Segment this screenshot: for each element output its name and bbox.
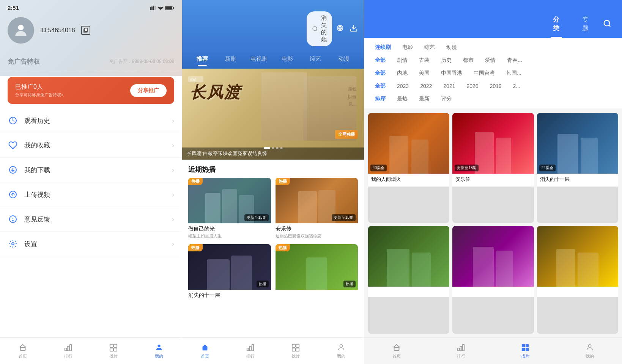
cat-card-4[interactable] [368, 226, 449, 334]
svg-rect-38 [247, 348, 249, 351]
menu-item-upload[interactable]: 上传视频 › [0, 182, 182, 207]
filter-tag-variety[interactable]: 综艺 [420, 42, 439, 52]
nav-home-1[interactable]: 首页 [0, 340, 46, 362]
svg-rect-49 [457, 348, 459, 351]
tab-new-drama[interactable]: 新剧 [217, 53, 245, 65]
platform-logo: 优酷 [188, 76, 203, 82]
user-icon-3 [585, 343, 594, 352]
search-input-wrapper[interactable]: 消失的她 [307, 11, 332, 46]
filter-region-mainland[interactable]: 内地 [392, 68, 412, 78]
filter-sort-label[interactable]: 排序 [370, 94, 390, 104]
svg-rect-39 [249, 346, 251, 351]
download-header-icon[interactable] [350, 24, 358, 34]
cat-card-3[interactable]: 24集全 消失的十一层 [537, 113, 618, 223]
hero-banner[interactable]: 优酷 长风渡 愿我 以自 风... 全网独播 长风渡:白敬亭宋轶欢喜冤家误结良缘 [182, 69, 364, 160]
category-grid: 40集全 我的人间烟火 更新至18集 安乐传 [364, 109, 622, 337]
video-card-4[interactable]: 热播 热播 [276, 244, 358, 300]
filter-region-all[interactable]: 全部 [370, 68, 390, 78]
nav-rank-3[interactable]: 排行 [429, 340, 493, 362]
filter-region-tw[interactable]: 中国台湾 [469, 68, 499, 78]
filter-tag-drama[interactable]: 连续剧 [370, 42, 395, 52]
svg-rect-22 [65, 348, 66, 351]
nav-my-3[interactable]: 我的 [557, 340, 622, 362]
video-desc-1: 绝望主妇重启人生 [188, 233, 271, 239]
filter-region-us[interactable]: 美国 [414, 68, 434, 78]
arrow-icon-settings: › [172, 240, 174, 248]
copy-id-button[interactable] [81, 26, 90, 35]
filter-row-genre: 全部 剧情 古装 历史 都市 爱情 青春... [370, 55, 616, 65]
nav-rank-1[interactable]: 排行 [46, 340, 91, 362]
svg-rect-23 [67, 346, 69, 351]
cat-card-5[interactable] [452, 226, 534, 334]
svg-point-46 [604, 20, 610, 26]
filter-tag-movie[interactable]: 电影 [398, 42, 417, 52]
filter-year-all[interactable]: 全部 [370, 81, 390, 91]
nav-label-rank-2: 排行 [246, 353, 255, 359]
menu-item-feedback[interactable]: 意见反馈 › [0, 207, 182, 232]
arrow-icon-upload: › [172, 191, 174, 199]
filter-genre-youth[interactable]: 青春... [502, 55, 527, 65]
nav-rank-2[interactable]: 排行 [228, 340, 273, 362]
svg-rect-28 [114, 348, 117, 351]
tab-tv[interactable]: 电视剧 [245, 53, 273, 65]
filter-genre-love[interactable]: 爱情 [480, 55, 500, 65]
nav-find-2[interactable]: 找片 [273, 340, 319, 362]
nav-my-1[interactable]: 我的 [136, 340, 182, 362]
promo-banner[interactable]: 已推广0人 分享可得终身免广告特权> 分享推广 [8, 77, 174, 104]
cat-title-3: 消失的十一层 [540, 176, 615, 184]
filter-year-2020[interactable]: 2020 [462, 82, 483, 91]
filter-region-kr[interactable]: 韩国... [502, 68, 526, 78]
filter-genre-city[interactable]: 都市 [458, 55, 478, 65]
cat-card-2[interactable]: 更新至18集 安乐传 [452, 113, 534, 223]
filter-region-hk[interactable]: 中国香港 [436, 68, 467, 78]
filter-year-more[interactable]: 2... [509, 82, 525, 91]
cat-title-2: 安乐传 [455, 176, 531, 184]
filter-year-2022[interactable]: 2022 [416, 82, 436, 91]
avatar[interactable] [8, 17, 34, 44]
filter-year-2023[interactable]: 2023 [392, 82, 413, 91]
cat-tab-classify[interactable]: 分类 [542, 11, 571, 38]
menu-item-downloads[interactable]: 我的下载 › [0, 158, 182, 182]
find-icon-2 [291, 343, 300, 352]
filter-genre-all[interactable]: 全部 [370, 55, 390, 65]
cat-card-1[interactable]: 40集全 我的人间烟火 [368, 113, 449, 223]
nav-find-3[interactable]: 找片 [493, 340, 558, 362]
arrow-icon-history: › [172, 117, 174, 125]
filter-genre-drama[interactable]: 剧情 [392, 55, 412, 65]
nav-home-2[interactable]: 首页 [182, 340, 228, 362]
nav-find-1[interactable]: 找片 [91, 340, 137, 362]
svg-point-45 [340, 345, 342, 347]
filter-tag-anime[interactable]: 动漫 [442, 42, 461, 52]
filter-sort-new[interactable]: 最新 [414, 94, 434, 104]
voice-search-icon[interactable] [336, 24, 344, 34]
menu-item-history[interactable]: 观看历史 › [0, 108, 182, 133]
filter-genre-period[interactable]: 古装 [414, 55, 434, 65]
filter-sort-hot[interactable]: 最热 [392, 94, 412, 104]
menu-item-settings[interactable]: 设置 › [0, 232, 182, 256]
tab-recommend[interactable]: 推荐 [188, 53, 217, 65]
svg-rect-43 [292, 348, 295, 351]
promo-sub: 分享可得终身免广告特权> [15, 92, 63, 98]
nav-label-find-3: 找片 [521, 353, 529, 359]
svg-rect-6 [173, 7, 174, 9]
video-card-2[interactable]: 热播 更新至18集 安乐传 迪丽热巴龚俊双强宿命恋 [276, 178, 358, 240]
video-card-1[interactable]: 热播 更新至13集 做自己的光 绝望主妇重启人生 [188, 178, 271, 240]
hero-figure-left [261, 72, 307, 141]
tab-variety[interactable]: 综艺 [301, 53, 330, 65]
filter-year-2019[interactable]: 2019 [485, 82, 506, 91]
video-card-3[interactable]: 热播 热播 消失的十一层 [188, 244, 271, 300]
menu-item-favorites[interactable]: 我的收藏 › [0, 133, 182, 158]
filter-sort-rating[interactable]: 评分 [436, 94, 456, 104]
svg-rect-37 [202, 347, 207, 350]
filter-genre-history[interactable]: 历史 [436, 55, 456, 65]
category-search-icon[interactable] [600, 16, 614, 33]
filter-year-2021[interactable]: 2021 [439, 82, 460, 91]
cat-card-6[interactable] [537, 226, 618, 334]
tab-anime[interactable]: 动漫 [330, 53, 358, 65]
share-promo-button[interactable]: 分享推广 [130, 84, 167, 97]
svg-rect-55 [526, 348, 529, 351]
nav-my-2[interactable]: 我的 [318, 340, 364, 362]
nav-home-3[interactable]: 首页 [364, 340, 429, 362]
tab-movie[interactable]: 电影 [273, 53, 302, 65]
cat-tab-topic[interactable]: 专题 [571, 11, 600, 38]
